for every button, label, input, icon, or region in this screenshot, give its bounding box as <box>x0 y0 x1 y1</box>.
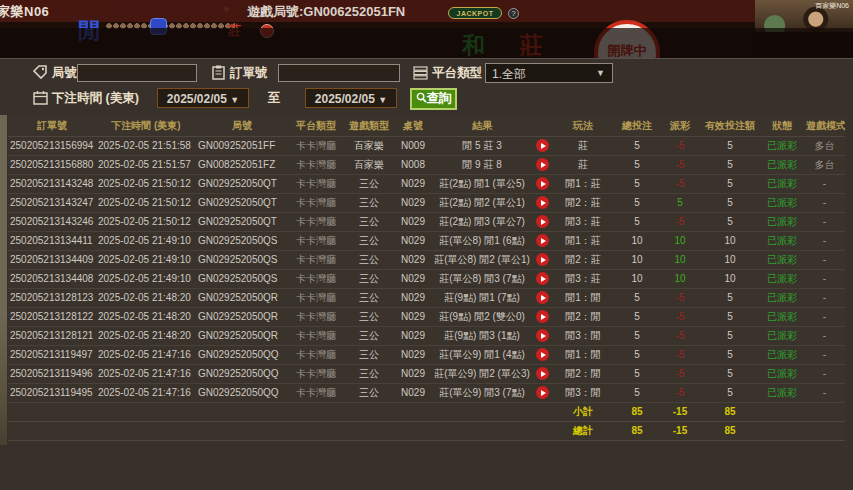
cell-play: 閒3：莊 <box>552 269 614 288</box>
cell-bet_time: 2025-02-05 21:47:16 <box>96 345 196 364</box>
cell-order_id: 250205213119495 <box>8 383 96 402</box>
round-no-input[interactable] <box>77 64 197 82</box>
cell-bet_time: 2025-02-05 21:48:20 <box>96 288 196 307</box>
cell-table_no: N029 <box>394 269 432 288</box>
cell-play: 閒2：莊 <box>552 193 614 212</box>
cell-status: 已派彩 <box>760 269 804 288</box>
play-video-icon[interactable] <box>536 158 549 171</box>
search-button-label: 查詢 <box>427 91 452 105</box>
cell-total_bet: 5 <box>614 155 660 174</box>
cell-table_no: N009 <box>394 136 432 155</box>
play-video-icon[interactable] <box>536 177 549 190</box>
cell-total_bet: 5 <box>614 307 660 326</box>
col-header-valid_bet: 有效投注額 <box>700 116 760 136</box>
cell-bet_time: 2025-02-05 21:51:58 <box>96 136 196 155</box>
jackpot-help-icon: ? <box>508 8 519 19</box>
cell-mode: 多台 <box>804 155 845 174</box>
room-title: 家樂N06 <box>0 3 49 21</box>
cell-game_type: 三公 <box>344 345 394 364</box>
subtotal-row-label: 小計 <box>552 402 614 421</box>
cell-payout: -5 <box>660 383 700 402</box>
cell-round_id: GN029252050QS <box>196 269 288 288</box>
cell-game_type: 三公 <box>344 231 394 250</box>
cell-mode: - <box>804 383 845 402</box>
cell-result: 莊(單公9) 閒3 (7點) <box>432 383 532 402</box>
history-panel: 局號 訂單號 平台類型 1.全部 ▼ 下注時間 (美東) 2025/02/05 … <box>0 58 853 490</box>
cell-valid_bet: 5 <box>700 364 760 383</box>
cell-table_no: N029 <box>394 288 432 307</box>
play-video-icon[interactable] <box>536 291 549 304</box>
play-video-icon[interactable] <box>536 329 549 342</box>
cell-play-btn <box>532 250 552 269</box>
cell-table_no: N029 <box>394 250 432 269</box>
cell-status: 已派彩 <box>760 364 804 383</box>
cell-bet_time: 2025-02-05 21:49:10 <box>96 231 196 250</box>
grand-total-row-spacer <box>532 421 552 440</box>
cell-play-btn <box>532 383 552 402</box>
play-video-icon[interactable] <box>536 253 549 266</box>
cell-platform: 卡卡灣廳 <box>288 307 344 326</box>
grand-total-row-spacer <box>760 421 804 440</box>
cell-round_id: GN029252050QR <box>196 307 288 326</box>
cell-game_type: 三公 <box>344 174 394 193</box>
cell-bet_time: 2025-02-05 21:50:12 <box>96 174 196 193</box>
cell-round_id: GN029252050QT <box>196 193 288 212</box>
play-video-icon[interactable] <box>536 272 549 285</box>
subtotal-row-spacer <box>394 402 432 421</box>
play-video-icon[interactable] <box>536 215 549 228</box>
cell-round_id: GN009252051FF <box>196 136 288 155</box>
cell-order_id: 250205213119496 <box>8 364 96 383</box>
col-header-play_btn <box>532 116 552 136</box>
play-video-icon[interactable] <box>536 196 549 209</box>
cell-round_id: GN029252050QT <box>196 212 288 231</box>
grand-total-row-spacer <box>8 421 96 440</box>
cell-result: 莊(9點) 閒2 (雙公0) <box>432 307 532 326</box>
cell-game_type: 三公 <box>344 383 394 402</box>
search-button[interactable]: 查詢 <box>410 88 457 110</box>
order-no-label: 訂單號 <box>230 65 268 82</box>
cell-result: 莊(單公9) 閒2 (單公3) <box>432 364 532 383</box>
cell-play-btn <box>532 326 552 345</box>
cell-game_type: 三公 <box>344 193 394 212</box>
play-video-icon[interactable] <box>536 234 549 247</box>
cell-table_no: N029 <box>394 383 432 402</box>
cell-result: 莊(單公8) 閒2 (單公1) <box>432 250 532 269</box>
cell-valid_bet: 5 <box>700 307 760 326</box>
cell-round_id: GN029252050QS <box>196 231 288 250</box>
play-video-icon[interactable] <box>536 139 549 152</box>
cell-status: 已派彩 <box>760 326 804 345</box>
play-video-icon[interactable] <box>536 310 549 323</box>
chevron-down-icon: ▼ <box>230 95 239 105</box>
table-row: 2502052131569942025-02-05 21:51:58GN0092… <box>8 136 845 155</box>
cell-platform: 卡卡灣廳 <box>288 136 344 155</box>
cell-mode: - <box>804 174 845 193</box>
order-no-input[interactable] <box>278 64 400 82</box>
cell-mode: - <box>804 231 845 250</box>
cell-game_type: 三公 <box>344 288 394 307</box>
table-row: 2502052131194952025-02-05 21:47:16GN0292… <box>8 383 845 402</box>
cell-order_id: 250205213156880 <box>8 155 96 174</box>
cell-play-btn <box>532 193 552 212</box>
cell-table_no: N008 <box>394 155 432 174</box>
platform-type-select[interactable]: 1.全部 ▼ <box>485 63 613 83</box>
cell-result: 莊(單公8) 閒3 (7點) <box>432 269 532 288</box>
play-video-icon[interactable] <box>536 386 549 399</box>
cell-play: 閒1：閒 <box>552 345 614 364</box>
clipboard-icon <box>211 65 226 80</box>
play-video-icon[interactable] <box>536 367 549 380</box>
video-table-title: 百家樂N06 <box>815 1 849 11</box>
subtotal-row-spacer <box>760 402 804 421</box>
date-to-picker[interactable]: 2025/02/05 ▼ <box>305 88 397 108</box>
date-from-picker[interactable]: 2025/02/05 ▼ <box>157 88 249 108</box>
cell-order_id: 250205213143246 <box>8 212 96 231</box>
cell-platform: 卡卡灣廳 <box>288 345 344 364</box>
cell-payout: -5 <box>660 174 700 193</box>
subtotal-row-spacer <box>344 402 394 421</box>
cell-platform: 卡卡灣廳 <box>288 231 344 250</box>
col-header-total_bet: 總投注 <box>614 116 660 136</box>
cell-platform: 卡卡灣廳 <box>288 155 344 174</box>
subtotal-row-valid_bet: 85 <box>700 402 760 421</box>
cell-result: 莊(9點) 閒1 (7點) <box>432 288 532 307</box>
cell-order_id: 250205213134409 <box>8 250 96 269</box>
play-video-icon[interactable] <box>536 348 549 361</box>
